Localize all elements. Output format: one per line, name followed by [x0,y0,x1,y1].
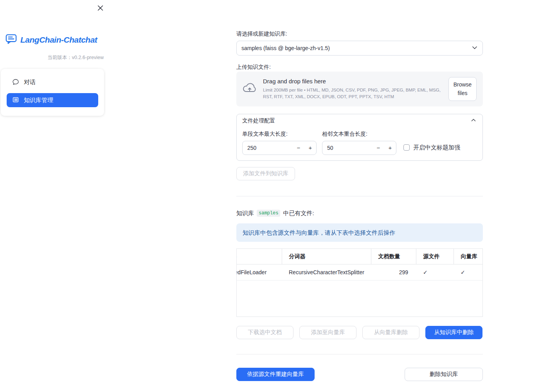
cell-splitter: RecursiveCharacterTextSplitter [282,264,371,281]
divider [236,196,483,196]
browse-files-button[interactable]: Browse files [448,77,477,101]
plus-stepper-button[interactable]: + [304,141,316,155]
cell-source-check: ✓ [416,264,454,281]
kb-name-code: samples [257,210,280,217]
files-table[interactable]: 文档加载器 分词器 文档数量 源文件 向量库 UnstructuredFileL… [236,248,483,317]
file-config-expander: 文件处理配置 单段文本最大长度: 250 − + [236,114,483,161]
existing-files-heading: 知识库 samples 中已有文件: [236,210,483,217]
sidebar-item-kb-management[interactable]: 知识库管理 [7,93,98,107]
sidebar-item-dialogue[interactable]: 对话 [7,75,98,89]
expander-header[interactable]: 文件处理配置 [237,114,482,128]
chunk-size-field: 单段文本最大长度: 250 − + [242,130,317,155]
file-dropzone[interactable]: Drag and drop files here Limit 200MB per… [236,72,483,106]
cloud-upload-icon [243,82,257,95]
sidebar-menu: 对话 知识库管理 [1,69,104,116]
dropzone-limits: Limit 200MB per file • HTML, MD, JSON, C… [263,87,442,100]
overlap-field: 相邻文本重合长度: 50 − + [322,130,396,155]
overlap-input[interactable]: 50 − + [322,141,396,155]
upload-label: 上传知识文件: [236,63,483,71]
dropzone-instruction: Drag and drop files here [263,78,442,85]
col-header-source[interactable]: 源文件 [416,249,454,264]
app-title: LangChain-Chatchat [20,35,97,45]
minus-stepper-button[interactable]: − [293,141,304,155]
col-header-loader[interactable]: 文档加载器 [236,249,282,264]
checkbox-label: 开启中文标题加强 [413,144,460,151]
table-row[interactable]: UnstructuredFileLoader RecursiveCharacte… [236,264,483,281]
kb-selectbox-value: samples (faiss @ bge-large-zh-v1.5) [241,45,330,51]
col-header-splitter[interactable]: 分词器 [282,249,371,264]
plus-stepper-button[interactable]: + [384,141,396,155]
kb-select-label: 请选择或新建知识库: [236,30,483,38]
add-to-vector-store-button[interactable]: 添加至向量库 [299,326,356,339]
col-header-doc-count[interactable]: 文档数量 [371,249,416,264]
cell-doc-count: 299 [371,264,416,281]
chat-bubble-icon [13,79,19,86]
info-banner: 知识库中包含源文件与向量库，请从下表中选择文件后操作 [236,223,483,242]
files-table-grid: 文档加载器 分词器 文档数量 源文件 向量库 UnstructuredFileL… [236,249,483,281]
overlap-value: 50 [322,145,373,151]
content-column: 请选择或新建知识库: samples (faiss @ bge-large-zh… [236,0,483,381]
col-header-vector[interactable]: 向量库 [454,249,483,264]
sidebar: LangChain-Chatchat 当前版本：v0.2.6-preview 对… [0,0,110,392]
add-files-to-kb-button[interactable]: 添加文件到知识库 [236,167,295,180]
dropzone-texts: Drag and drop files here Limit 200MB per… [263,78,442,100]
knowledge-base-icon [13,97,19,104]
cell-vector-check: ✓ [454,264,483,281]
overlap-label: 相邻文本重合长度: [322,130,396,138]
existing-files-prefix: 知识库 [236,210,254,217]
close-icon[interactable] [96,4,104,12]
expander-title: 文件处理配置 [242,117,275,124]
sidebar-item-label: 知识库管理 [24,97,53,104]
close-icon-glyph [97,5,103,11]
delete-from-vector-store-button[interactable]: 从向量库删除 [362,326,419,339]
version-label: 当前版本：v0.2.6-preview [0,54,110,61]
chunk-size-value: 250 [243,145,293,151]
chevron-down-icon [471,44,479,53]
checkbox-box[interactable] [403,144,410,151]
cell-loader: UnstructuredFileLoader [236,264,282,281]
sidebar-item-label: 对话 [24,79,36,86]
chunk-size-label: 单段文本最大长度: [242,130,317,138]
rebuild-vector-store-button[interactable]: 依据源文件重建向量库 [236,368,315,381]
divider [236,354,483,354]
existing-files-suffix: 中已有文件: [283,210,314,217]
delete-kb-button[interactable]: 删除知识库 [405,368,483,381]
app-logo: LangChain-Chatchat [0,33,110,47]
delete-from-kb-button[interactable]: 从知识库中删除 [425,326,482,339]
download-selected-button[interactable]: 下载选中文档 [236,326,293,339]
file-action-buttons: 下载选中文档 添加至向量库 从向量库删除 从知识库中删除 [236,326,483,339]
expander-body: 单段文本最大长度: 250 − + 相邻文本重合长度: 50 − + [237,128,482,160]
minus-stepper-button[interactable]: − [373,141,384,155]
chevron-up-icon [470,117,477,125]
kb-selectbox[interactable]: samples (faiss @ bge-large-zh-v1.5) [236,41,483,56]
chunk-size-input[interactable]: 250 − + [242,141,317,155]
app-window: LangChain-Chatchat 当前版本：v0.2.6-preview 对… [0,0,540,392]
table-header-row: 文档加载器 分词器 文档数量 源文件 向量库 [236,249,483,264]
zh-title-enhance-checkbox[interactable]: 开启中文标题加强 [403,144,460,151]
kb-footer-buttons: 依据源文件重建向量库 删除知识库 [236,368,483,381]
main-area: 请选择或新建知识库: samples (faiss @ bge-large-zh… [110,0,540,392]
logo-chat-icon [5,33,17,47]
